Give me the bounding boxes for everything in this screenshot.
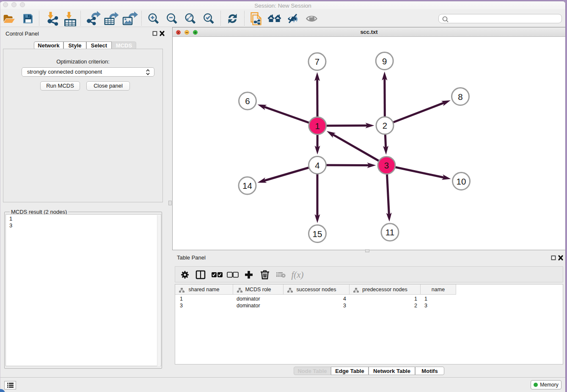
svg-text:6: 6 [245, 96, 250, 106]
svg-text:14: 14 [242, 181, 252, 190]
svg-text:f(x): f(x) [291, 270, 303, 280]
svg-text:8: 8 [458, 92, 462, 102]
svg-text:4: 4 [315, 160, 319, 170]
svg-text:3: 3 [384, 160, 389, 170]
svg-text:7: 7 [315, 57, 319, 66]
svg-text:2: 2 [383, 121, 387, 130]
svg-text:15: 15 [313, 229, 322, 239]
svg-text:1: 1 [315, 121, 320, 131]
svg-text:11: 11 [385, 227, 394, 237]
svg-text:9: 9 [382, 56, 387, 66]
svg-text:10: 10 [457, 177, 466, 186]
